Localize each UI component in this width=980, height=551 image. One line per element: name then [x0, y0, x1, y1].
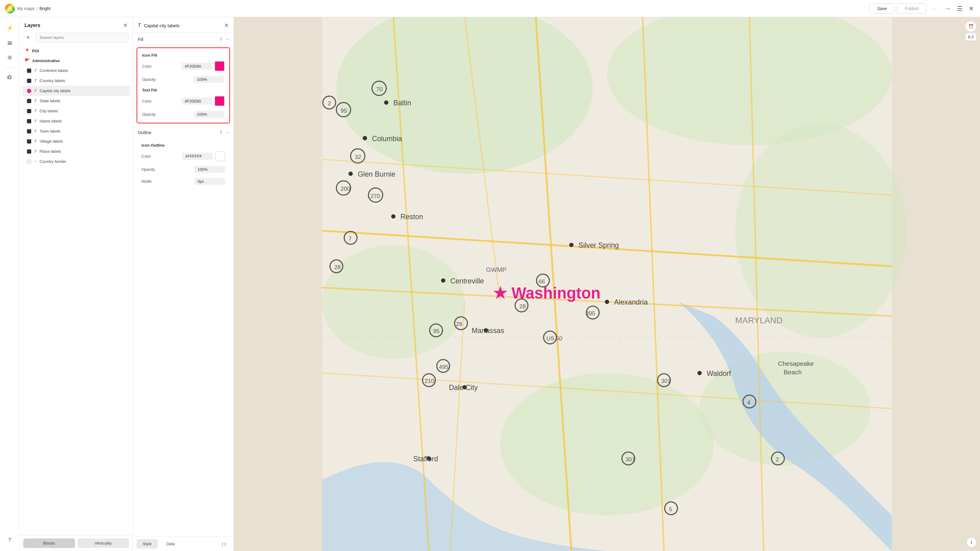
icon-outline-opacity-row: Opacity 100%	[137, 164, 230, 175]
text-fill-opacity-value[interactable]: 100%	[194, 111, 224, 118]
layer-name: Capital city labels	[40, 89, 125, 93]
svg-text:28: 28	[456, 321, 463, 327]
fill-settings-button[interactable]	[219, 37, 224, 43]
layer-continent-labels[interactable]: T Continent labels	[22, 65, 130, 76]
fill-collapse-button[interactable]: −	[226, 37, 229, 43]
style-panel-title: Capital city labels	[144, 23, 221, 28]
icon-fill-opacity-value[interactable]: 100%	[194, 76, 224, 83]
icon-outline-width-value[interactable]: 0px	[194, 178, 225, 185]
layer-name: Country labels	[40, 78, 125, 83]
svg-text:395: 395	[585, 310, 595, 316]
svg-text:28: 28	[519, 303, 526, 310]
code-button[interactable]: { }	[218, 539, 230, 549]
svg-text:Alexandria: Alexandria	[614, 298, 648, 306]
icon-fill-color-swatch[interactable]	[215, 61, 224, 71]
svg-text:95: 95	[433, 328, 440, 334]
svg-point-35	[348, 172, 353, 176]
rail-divider	[5, 67, 15, 68]
map-info-button[interactable]: i	[967, 538, 976, 547]
icon-fill-color-label: Color	[142, 64, 179, 68]
layer-type-icon: T	[34, 99, 37, 103]
icon-fill-color-value[interactable]: #F20D80	[181, 63, 212, 70]
outline-section-title: Outline	[138, 130, 151, 135]
svg-point-49	[697, 371, 702, 375]
map-time-button[interactable]: ⏰	[965, 21, 976, 32]
publish-button[interactable]: Publish	[897, 3, 926, 14]
layer-village-labels[interactable]: T Village labels	[22, 136, 130, 146]
svg-point-11	[221, 133, 221, 134]
map-area[interactable]: MARYLAND Baltin Columbia Glen Burnie Res…	[234, 17, 980, 551]
back-button[interactable]: ←	[931, 4, 940, 13]
text-fill-color-value[interactable]: #F20D80	[181, 98, 212, 105]
svg-text:301: 301	[661, 378, 671, 384]
breadcrumb-link[interactable]: My maps	[17, 6, 35, 11]
layer-type-icon: T	[34, 139, 37, 144]
fill-section-actions: −	[219, 37, 229, 43]
puzzle-button[interactable]	[4, 71, 16, 84]
outline-settings-button[interactable]	[219, 130, 224, 136]
text-fill-subsection-title: Text Fill	[137, 86, 229, 94]
search-input[interactable]	[35, 33, 129, 42]
icon-outline-color-label: Color	[142, 154, 180, 159]
svg-text:5: 5	[669, 506, 672, 513]
icon-outline-opacity-value[interactable]: 100%	[194, 166, 225, 173]
lightning-button[interactable]: ⚡	[4, 22, 16, 34]
svg-text:GWMP: GWMP	[486, 266, 506, 273]
style-panel-close-button[interactable]: ✕	[224, 22, 229, 29]
icon-fill-subsection-title: Icon Fill	[137, 51, 229, 59]
layer-town-labels[interactable]: T Town labels	[22, 126, 130, 136]
forward-button[interactable]: →	[943, 4, 952, 13]
icon-outline-color-swatch[interactable]	[215, 151, 225, 161]
admin-group-icon: 🚩	[24, 58, 30, 63]
outline-section-actions: −	[219, 130, 229, 136]
fill-section-title: Fill	[138, 37, 143, 42]
icon-outline-color-value[interactable]: #FFFFFF	[182, 153, 213, 160]
layer-type-icon: T	[34, 68, 37, 73]
map-top-right-controls: ⏰ 8.3	[965, 21, 976, 41]
style-tab[interactable]: Style	[137, 539, 158, 549]
svg-point-43	[605, 300, 609, 304]
svg-text:Columbia: Columbia	[372, 135, 402, 143]
add-layer-button[interactable]: +	[23, 32, 33, 42]
layers-button[interactable]	[4, 37, 16, 49]
layer-state-labels[interactable]: T State labels	[22, 96, 130, 106]
layer-color	[27, 159, 31, 164]
layer-city-labels[interactable]: T City labels	[22, 106, 130, 116]
layer-place-labels[interactable]: T Place labels	[22, 146, 130, 156]
close-button[interactable]: ✕	[967, 4, 975, 13]
layer-color	[27, 89, 31, 93]
data-tab[interactable]: Data	[160, 539, 181, 549]
layers-footer: Blocks Verticality	[20, 535, 133, 551]
settings-button[interactable]	[4, 51, 16, 64]
svg-text:32: 32	[355, 154, 361, 160]
layer-island-labels[interactable]: T Island labels	[22, 116, 130, 126]
layer-color	[27, 99, 31, 103]
blocks-tab[interactable]: Blocks	[23, 538, 75, 548]
layer-country-border[interactable]: ~ Country border	[22, 156, 130, 167]
map-svg: MARYLAND Baltin Columbia Glen Burnie Res…	[234, 17, 980, 551]
layers-close-button[interactable]: ✕	[123, 22, 128, 29]
style-panel-footer: Style Data { }	[133, 536, 234, 551]
layer-color	[27, 68, 31, 73]
text-fill-color-swatch[interactable]	[215, 96, 224, 106]
menu-button[interactable]: ☰	[956, 4, 964, 13]
svg-text:28: 28	[334, 264, 340, 270]
layer-capital-city-labels[interactable]: T Capital city labels	[22, 86, 130, 96]
breadcrumb-current: Bright	[40, 6, 51, 11]
layer-color	[27, 139, 31, 144]
layer-name: Place labels	[40, 149, 125, 154]
svg-text:2: 2	[776, 456, 779, 462]
icon-outline-color-row: Color #FFFFFF	[137, 149, 230, 164]
layer-type-icon: T	[34, 79, 37, 83]
layer-color	[27, 119, 31, 123]
layer-name: State labels	[40, 98, 125, 103]
svg-text:US 50: US 50	[546, 335, 562, 341]
verticality-tab[interactable]: Verticality	[78, 538, 129, 548]
outline-collapse-button[interactable]: −	[226, 130, 229, 136]
layer-country-labels[interactable]: T Country labels	[22, 76, 130, 86]
breadcrumb: My maps / Bright	[17, 6, 51, 11]
svg-point-31	[384, 100, 388, 105]
nav-buttons: ← → ☰ ✕	[931, 4, 975, 13]
save-button[interactable]: Save	[869, 3, 894, 14]
help-button[interactable]: ?	[4, 534, 16, 546]
